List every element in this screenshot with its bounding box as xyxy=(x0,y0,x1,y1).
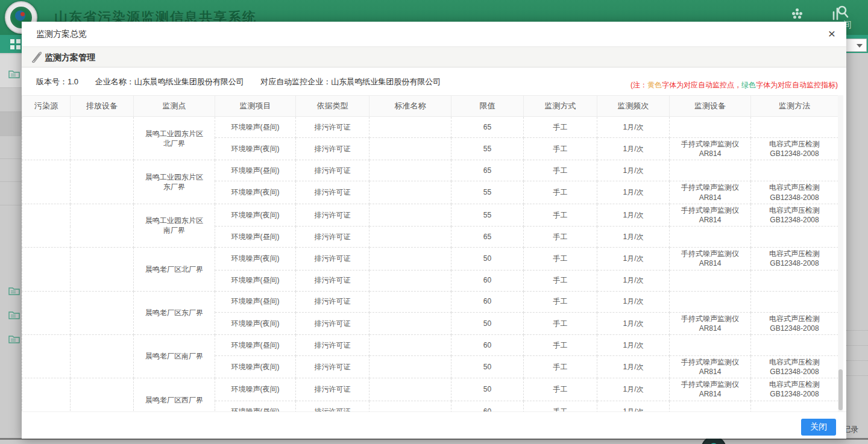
monitor-mode-cell: 手工 xyxy=(524,181,597,204)
pollution-source-cell xyxy=(22,334,71,378)
column-header: 污染源 xyxy=(22,96,71,117)
section-header: 监测方案管理 xyxy=(22,47,846,67)
monitor-mode-cell: 手工 xyxy=(524,312,597,334)
limit-cell: 50 xyxy=(451,248,524,270)
basis-type-cell: 排污许可证 xyxy=(296,248,370,270)
modal-titlebar: 监测方案总览 × xyxy=(22,22,846,47)
monitor-mode-cell: 手工 xyxy=(524,378,597,401)
frequency-cell: 1月/次 xyxy=(597,181,670,204)
standard-name-cell xyxy=(370,378,451,401)
column-header: 监测设备 xyxy=(670,96,751,117)
menu-grid-icon[interactable] xyxy=(10,39,20,49)
table-row: 晨鸣老厂区南厂界环境噪声(昼间)排污许可证60手工1月/次 xyxy=(22,334,838,355)
device-cell xyxy=(670,227,751,248)
frequency-cell: 1月/次 xyxy=(597,378,670,401)
pollution-source-cell xyxy=(22,160,71,204)
limit-cell: 65 xyxy=(451,160,524,181)
method-cell xyxy=(751,160,838,181)
standard-name-cell xyxy=(370,270,451,291)
column-header: 监测方法 xyxy=(751,96,838,117)
close-button[interactable]: 关闭 xyxy=(801,419,836,436)
pollution-source-cell xyxy=(22,291,71,334)
monitor-mode-cell: 手工 xyxy=(524,204,597,226)
monitoring-point-cell: 晨鸣老厂区北厂界 xyxy=(134,248,215,291)
pollution-source-cell xyxy=(22,248,71,291)
method-cell: 电容式声压检测GB12348-2008 xyxy=(751,204,838,226)
folder-icon xyxy=(8,310,20,319)
limit-cell: 55 xyxy=(451,138,524,160)
monitor-item-cell: 环境噪声(昼间) xyxy=(215,291,296,312)
monitor-item-cell: 环境噪声(夜间) xyxy=(215,138,296,160)
frequency-cell: 1月/次 xyxy=(597,160,670,181)
frequency-cell: 1月/次 xyxy=(597,248,670,270)
basis-type-cell: 排污许可证 xyxy=(296,181,370,204)
monitor-mode-cell: 手工 xyxy=(524,138,597,160)
frequency-cell: 1月/次 xyxy=(597,138,670,160)
frequency-cell: 1月/次 xyxy=(597,312,670,334)
limit-cell: 50 xyxy=(451,312,524,334)
basis-type-cell: 排污许可证 xyxy=(296,334,370,355)
method-cell: 电容式声压检测GB12348-2008 xyxy=(751,378,838,401)
apps-grid-icon[interactable] xyxy=(792,8,803,19)
monitoring-point-cell: 晨鸣工业园东片区北厂界 xyxy=(134,117,215,160)
device-cell: 手持式噪声监测仪AR814 xyxy=(670,355,751,378)
discharge-equipment-cell xyxy=(71,334,134,378)
column-header: 限值 xyxy=(451,96,524,117)
standard-name-cell xyxy=(370,227,451,248)
standard-name-cell xyxy=(370,160,451,181)
column-header: 监测频次 xyxy=(597,96,670,117)
limit-cell: 60 xyxy=(451,270,524,291)
standard-name-cell xyxy=(370,355,451,378)
monitoring-point-cell: 晨鸣老厂区南厂界 xyxy=(134,334,215,378)
method-cell xyxy=(751,291,838,312)
limit-cell: 65 xyxy=(451,117,524,138)
frequency-cell: 1月/次 xyxy=(597,227,670,248)
monitor-item-cell: 环境噪声(昼间) xyxy=(215,160,296,181)
column-header: 监测方式 xyxy=(524,96,597,117)
monitor-mode-cell: 手工 xyxy=(524,227,597,248)
device-cell xyxy=(670,117,751,138)
table-scrollbar xyxy=(838,95,843,411)
standard-name-cell xyxy=(370,117,451,138)
table-row: 晨鸣工业园东片区南厂界环境噪声(夜间)排污许可证55手工1月/次手持式噪声监测仪… xyxy=(22,204,838,226)
background-dropdown[interactable] xyxy=(843,39,867,52)
folder-icon xyxy=(8,69,20,78)
limit-cell: 65 xyxy=(451,227,524,248)
device-cell xyxy=(670,334,751,355)
method-cell xyxy=(751,117,838,138)
standard-name-cell xyxy=(370,334,451,355)
basis-type-cell: 排污许可证 xyxy=(296,270,370,291)
basis-type-cell: 排污许可证 xyxy=(296,204,370,226)
frequency-cell: 1月/次 xyxy=(597,334,670,355)
monitoring-plan-modal: 监测方案总览 × 监测方案管理 版本号：1.0 企业名称：山东晨鸣纸业集团股份有… xyxy=(22,22,846,439)
device-cell: 手持式噪声监测仪AR814 xyxy=(670,248,751,270)
pen-icon xyxy=(31,51,43,66)
monitoring-point-cell: 晨鸣老厂区东厂界 xyxy=(134,291,215,334)
monitor-item-cell: 环境噪声(夜间) xyxy=(215,355,296,378)
method-cell: 电容式声压检测GB12348-2008 xyxy=(751,181,838,204)
monitor-mode-cell: 手工 xyxy=(524,160,597,181)
limit-cell: 55 xyxy=(451,181,524,204)
device-cell: 手持式噪声监测仪AR814 xyxy=(670,312,751,334)
method-cell: 电容式声压检测GB12348-2008 xyxy=(751,248,838,270)
device-cell: 手持式噪声监测仪AR814 xyxy=(670,204,751,226)
version-value: 1.0 xyxy=(68,77,78,86)
column-header: 监测点 xyxy=(134,96,215,117)
monitor-item-cell: 环境噪声(夜间) xyxy=(215,181,296,204)
device-cell: 手持式噪声监测仪AR814 xyxy=(670,181,751,204)
monitor-item-cell: 环境噪声(夜间) xyxy=(215,204,296,226)
basis-type-cell: 排污许可证 xyxy=(296,160,370,181)
column-header: 标准名称 xyxy=(370,96,451,117)
standard-name-cell xyxy=(370,181,451,204)
column-header: 监测项目 xyxy=(215,96,296,117)
method-cell xyxy=(751,270,838,291)
close-icon[interactable]: × xyxy=(828,27,835,40)
discharge-equipment-cell xyxy=(71,160,134,204)
frequency-cell: 1月/次 xyxy=(597,117,670,138)
scrollbar-thumb[interactable] xyxy=(838,369,843,410)
discharge-equipment-cell xyxy=(71,117,134,160)
monitoring-plan-table: 污染源排放设备监测点监测项目依据类型标准名称限值监测方式监测频次监测设备监测方法… xyxy=(22,95,838,422)
folder-icon xyxy=(8,286,20,295)
limit-cell: 50 xyxy=(451,355,524,378)
basis-type-cell: 排污许可证 xyxy=(296,227,370,248)
